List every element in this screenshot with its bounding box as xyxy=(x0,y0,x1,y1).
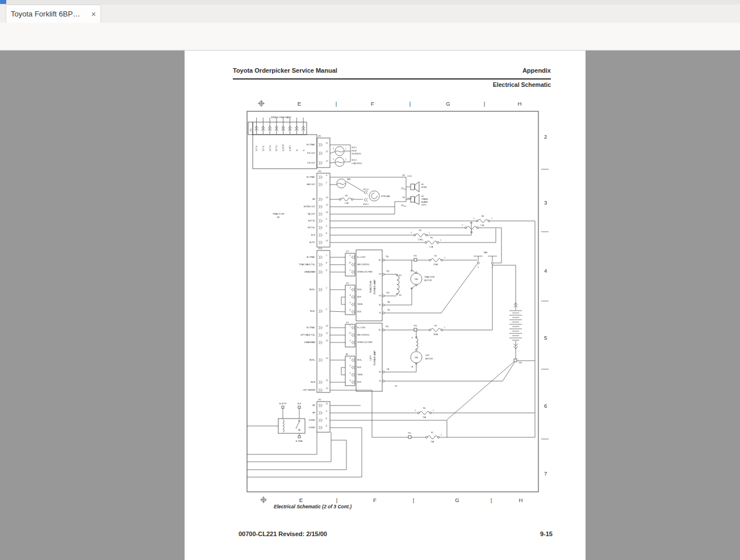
pin-number: -11 xyxy=(325,379,328,382)
jl1-connector: JL1 -1 -17 -2 B+ LOGIC MM CONTROL INTERL… xyxy=(345,321,373,347)
fuse-name: F4 xyxy=(419,229,421,232)
tp2-square xyxy=(414,258,417,261)
pin-label: EXT B- xyxy=(308,220,316,222)
terminal-number: 1 xyxy=(480,224,481,227)
tp4-square xyxy=(514,359,517,362)
page-sheet: Toyota Orderpicker Service Manual Append… xyxy=(185,51,586,560)
amp-terminal-label: M- xyxy=(379,371,381,373)
pin-label: HORN OUT xyxy=(304,206,316,208)
jp3-label: JP3 xyxy=(318,170,321,173)
pin-number: -17 xyxy=(349,262,352,264)
relay-terminal-label: B+TRAC xyxy=(296,440,303,442)
pin-label: DGND xyxy=(309,427,315,429)
tp3-square xyxy=(414,328,417,331)
wire-label: 114 xyxy=(402,197,405,199)
schematic-wires xyxy=(247,145,535,477)
grid-row-label: 6 xyxy=(544,403,547,409)
a1-label: A1 xyxy=(411,270,413,272)
sol2-name: LOAD HOLD xyxy=(352,162,362,165)
pin-number: -16 xyxy=(325,325,328,327)
mast-wire-label: EXT B+ xyxy=(275,145,278,151)
mm-label: MM xyxy=(484,252,487,254)
pin-number: -2 xyxy=(325,308,327,311)
tractor-if-label: TRACTOR xyxy=(273,212,285,215)
grid-separator: | xyxy=(413,497,414,503)
pin-number: -11 xyxy=(325,403,328,405)
coil-terminal xyxy=(396,294,398,295)
amp-terminal-label: F2 xyxy=(379,295,381,297)
grid-row-label: 4 xyxy=(544,268,547,274)
amp-input-label: B+ LOGIC xyxy=(357,256,366,258)
document-canvas[interactable]: Toyota Orderpicker Service Manual Append… xyxy=(0,51,740,560)
amp-input-label: TERM xyxy=(357,374,362,376)
pin-number: -2 xyxy=(349,340,351,342)
grid-row-label: 7 xyxy=(544,470,547,477)
grid-separator: | xyxy=(491,497,492,503)
pin-number: -13 xyxy=(325,197,328,199)
tp2-label: TP2 xyxy=(413,255,417,257)
terminal-number: 1 xyxy=(444,257,445,259)
horn-id: H1 xyxy=(421,183,424,186)
amp-input-label: BUS xyxy=(357,296,361,298)
grid-col-label: H xyxy=(519,497,523,503)
motor-name: LIFT xyxy=(425,354,430,357)
wire-label: TB+ xyxy=(386,256,389,258)
fuse-rating: 70A xyxy=(430,441,434,443)
terminal-number: 2 xyxy=(478,266,479,269)
amp-terminal-label: M- xyxy=(379,304,381,306)
terminal-number: 2 xyxy=(333,158,334,161)
pin-number: -17 xyxy=(325,160,328,162)
amp-terminal-label: B- xyxy=(379,312,381,314)
pin-number: -1 xyxy=(349,254,351,257)
page-header-left: Toyota Orderpicker Service Manual xyxy=(233,67,337,74)
pin-number: -5 xyxy=(349,302,351,304)
document-tab[interactable]: Toyota Forklift 6BP… × xyxy=(6,5,101,23)
wires-over-mast-connector: WIRES OVER MAST JP4 EXT B- EXT B- EXT B+… xyxy=(248,116,317,169)
grid-col-label: E xyxy=(299,497,303,503)
pin-number: -5 xyxy=(349,372,351,374)
amp-terminal-label: B+ xyxy=(379,259,381,261)
terminal-number: 1 xyxy=(491,218,492,220)
fuse-f5: 2 F5 1.5A 1 xyxy=(422,237,441,248)
mm-contactor-main: MM 2 1 xyxy=(474,252,497,269)
fuse-f4: 2 F4 1.5A 1 xyxy=(411,229,430,241)
grid-separator: | xyxy=(484,101,485,107)
tp1-square xyxy=(408,436,411,438)
d-label: D xyxy=(412,337,413,339)
e1-label: E1 xyxy=(399,274,402,277)
motor-name: MOTOR xyxy=(425,358,433,360)
pin-number: -12 xyxy=(325,204,328,206)
terminal-number: 2 xyxy=(422,239,423,241)
tab-close-icon[interactable]: × xyxy=(91,10,96,19)
pin-number: -8 xyxy=(325,232,327,235)
strobe: JP10-2 JP10-1 STROBE xyxy=(363,189,390,206)
pin-number: -1 xyxy=(349,325,351,327)
pin-number: -4 xyxy=(325,225,327,227)
jl1-label: JL1 xyxy=(346,321,349,324)
amp-input-label: BUS- xyxy=(357,381,362,383)
grid-ref-top: E | F | G | H xyxy=(258,100,522,107)
jt2-connector: JT2 -3 -4 -5 -6 BUS+ BUS TERM BUS- xyxy=(345,282,362,315)
pin-label: B+TRAC xyxy=(307,327,315,329)
fuse-f2: F2 250A 1 xyxy=(429,255,445,266)
wire-label: TF1 xyxy=(386,270,390,273)
jt1-connector: JT1 -1 -17 -2 B+ LOGIC MM CONTROL INTERL… xyxy=(345,250,373,276)
fuse-rating: 1.5A xyxy=(418,239,422,241)
schematic-border xyxy=(247,111,538,492)
grid-row-tick xyxy=(541,169,549,439)
terminal-number: 1 xyxy=(345,158,346,161)
pin-number: -2 xyxy=(349,269,351,271)
pin-number: -12 xyxy=(325,387,328,390)
a-label: A xyxy=(412,366,413,368)
wires-over-mast-label: WIRES OVER MAST xyxy=(271,116,292,119)
pin-number: -8 xyxy=(325,425,327,427)
amp-input-label: INTERLOCK PWR xyxy=(357,341,373,344)
alarm-name: TRAVEL xyxy=(421,198,428,200)
jp10-1-label: JP10-1 xyxy=(363,203,369,206)
grid-separator: | xyxy=(336,497,337,503)
pin-number: -8 xyxy=(325,262,327,264)
pin-label: BUS+ xyxy=(310,289,316,291)
grid-col-label: F xyxy=(373,497,377,503)
jp3-pins: B+TRAC -3 HM OUT -7 BF -13 HORN OUT -12 … xyxy=(304,174,328,244)
amp-input-label: MM CONTROL xyxy=(357,264,370,266)
